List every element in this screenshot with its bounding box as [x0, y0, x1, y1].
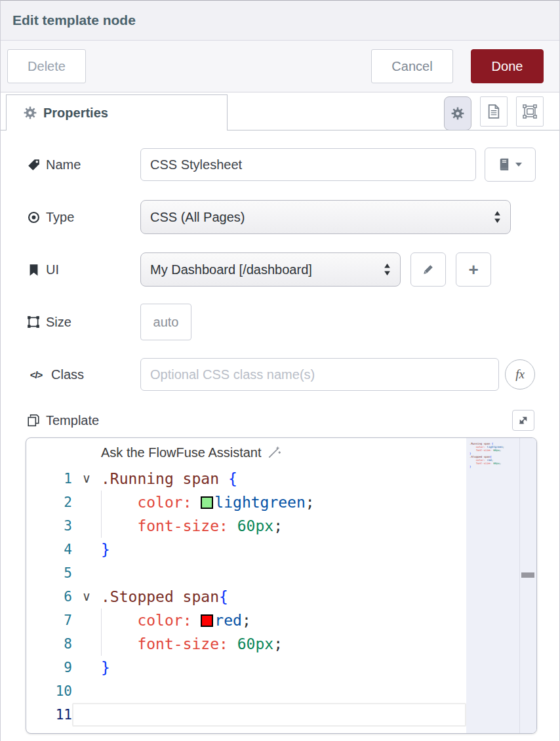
code-text: color: lightgreen;	[101, 491, 466, 514]
ui-label: UI	[27, 262, 140, 277]
book-icon	[498, 158, 511, 171]
name-input[interactable]	[140, 148, 476, 181]
code-line[interactable]: 5	[26, 561, 466, 585]
tab-properties[interactable]: Properties	[6, 94, 228, 130]
wand-icon	[267, 445, 281, 460]
code-text	[102, 704, 465, 725]
size-label: Size	[27, 315, 140, 330]
fold-gutter	[72, 632, 101, 656]
code-area[interactable]: Ask the FlowFuse Assistant 1∨.Running sp…	[26, 438, 466, 733]
properties-form: Name Type CSS (All Pages)	[1, 130, 559, 431]
code-text: color: red;	[101, 609, 466, 632]
plus-icon: +	[468, 261, 478, 278]
library-button[interactable]	[485, 148, 536, 182]
caret-down-icon	[515, 162, 523, 167]
add-ui-button[interactable]: +	[456, 252, 491, 287]
properties-pane-button[interactable]	[444, 96, 471, 130]
class-label: </> Class	[27, 367, 140, 382]
code-line[interactable]: 11	[26, 703, 466, 727]
gear-icon	[24, 106, 37, 119]
fx-button[interactable]: fx	[505, 359, 535, 390]
template-row: Template	[27, 410, 559, 431]
line-number: 6	[26, 585, 72, 609]
description-pane-button[interactable]	[480, 96, 508, 127]
line-number: 1	[26, 467, 72, 491]
code-line[interactable]: 7 color: red;	[26, 609, 466, 632]
code-brackets-icon: </>	[27, 369, 45, 380]
line-number: 4	[26, 538, 72, 561]
editor-minimap[interactable]: .Running span { color: lightgreen; font-…	[466, 438, 536, 733]
ui-row: UI My Dashboard [/dashboard] +	[27, 252, 559, 287]
line-number: 10	[26, 679, 72, 703]
appearance-icon	[523, 104, 537, 119]
type-select-value: CSS (All Pages)	[150, 210, 494, 225]
dialog-header: Edit template node	[1, 1, 559, 41]
done-button[interactable]: Done	[471, 49, 544, 83]
scrollbar-thumb[interactable]	[521, 572, 534, 578]
delete-button[interactable]: Delete	[7, 49, 86, 83]
expand-editor-button[interactable]	[512, 410, 534, 431]
fold-chevron-icon[interactable]: ∨	[72, 467, 101, 491]
fx-label: fx	[515, 367, 525, 382]
assistant-hint-label: Ask the FlowFuse Assistant	[101, 445, 262, 460]
code-text: .Stopped span{	[101, 585, 466, 609]
tab-bar: Properties	[1, 92, 559, 130]
bookmark-icon	[27, 264, 40, 276]
size-auto-button[interactable]: auto	[140, 304, 191, 340]
tab-properties-label: Properties	[43, 106, 108, 121]
class-input[interactable]	[140, 358, 499, 391]
code-lines: 1∨.Running span {2 color: lightgreen;3 f…	[26, 467, 466, 727]
type-label: Type	[27, 210, 140, 225]
code-text: .Running span {	[101, 467, 466, 491]
color-swatch[interactable]	[201, 614, 213, 627]
cancel-button[interactable]: Cancel	[371, 49, 453, 83]
template-code-editor[interactable]: Ask the FlowFuse Assistant 1∨.Running sp…	[26, 437, 537, 734]
select-arrows-icon	[494, 210, 501, 224]
fold-gutter	[72, 491, 101, 514]
fold-gutter	[72, 609, 101, 632]
edit-template-dialog: Edit template node Delete Cancel Done Pr…	[0, 0, 560, 741]
code-line[interactable]: 8 font-size: 60px;	[26, 632, 466, 656]
code-text: font-size: 60px;	[101, 632, 466, 656]
code-line[interactable]: 6∨.Stopped span{	[26, 585, 466, 609]
size-row: Size auto	[27, 305, 559, 339]
minimap-divider	[519, 438, 520, 733]
minimap-code: .Running span { color: lightgreen; font-…	[470, 442, 504, 468]
code-text	[101, 561, 466, 585]
code-line[interactable]: 9}	[26, 656, 466, 679]
fold-gutter	[72, 561, 101, 585]
type-select[interactable]: CSS (All Pages)	[140, 200, 511, 234]
name-row: Name	[27, 148, 559, 182]
fold-gutter	[73, 704, 102, 725]
line-number: 2	[26, 491, 72, 514]
code-text: }	[101, 538, 466, 561]
fold-gutter	[72, 538, 101, 561]
code-line[interactable]: 3 font-size: 60px;	[26, 514, 466, 538]
code-line[interactable]: 4}	[26, 538, 466, 561]
edit-ui-button[interactable]	[410, 252, 446, 287]
code-text: }	[101, 656, 466, 679]
color-swatch[interactable]	[201, 496, 213, 509]
line-number: 11	[26, 703, 72, 727]
code-line[interactable]: 1∨.Running span {	[26, 467, 466, 491]
assistant-hint[interactable]: Ask the FlowFuse Assistant	[26, 438, 466, 467]
line-number: 5	[26, 561, 72, 585]
line-number: 3	[26, 514, 72, 538]
fold-chevron-icon[interactable]: ∨	[72, 585, 101, 609]
size-icon	[27, 315, 40, 329]
type-row: Type CSS (All Pages)	[27, 200, 559, 234]
expand-icon	[518, 415, 529, 426]
appearance-pane-button[interactable]	[516, 96, 544, 127]
gear-icon	[451, 107, 464, 120]
circle-dot-icon	[27, 211, 40, 224]
pencil-icon	[422, 264, 434, 275]
ui-select[interactable]: My Dashboard [/dashboard]	[140, 252, 401, 287]
line-number: 7	[26, 609, 72, 632]
pane-buttons	[444, 96, 544, 130]
fold-gutter	[72, 656, 101, 679]
code-line[interactable]: 10	[26, 679, 466, 703]
description-icon	[487, 104, 500, 119]
ui-select-value: My Dashboard [/dashboard]	[150, 262, 384, 277]
name-label: Name	[27, 157, 140, 172]
code-line[interactable]: 2 color: lightgreen;	[26, 491, 466, 514]
